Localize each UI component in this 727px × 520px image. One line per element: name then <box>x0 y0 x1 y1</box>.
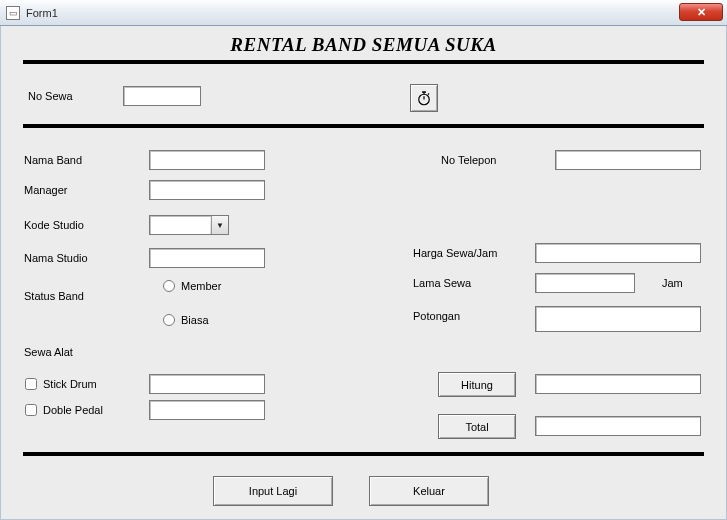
stopwatch-icon <box>415 89 433 107</box>
checkbox-doble-pedal-input[interactable] <box>25 404 37 416</box>
checkbox-stick-drum[interactable]: Stick Drum <box>23 378 99 390</box>
svg-rect-2 <box>422 91 426 93</box>
app-icon: ▭ <box>6 6 20 20</box>
label-potongan: Potongan <box>412 310 461 322</box>
label-harga-sewa: Harga Sewa/Jam <box>412 247 498 259</box>
label-nama-band: Nama Band <box>23 154 83 166</box>
page-title: RENTAL BAND SEMUA SUKA <box>224 34 504 56</box>
input-lagi-button[interactable]: Input Lagi <box>213 476 333 506</box>
checkbox-doble-pedal-label: Doble Pedal <box>43 404 103 416</box>
timer-button[interactable] <box>410 84 438 112</box>
radio-member-label: Member <box>181 280 221 292</box>
hitung-button[interactable]: Hitung <box>438 372 516 397</box>
close-button[interactable]: ✕ <box>679 3 723 21</box>
hitung-result-input[interactable] <box>535 374 701 394</box>
label-lama-sewa: Lama Sewa <box>412 277 472 289</box>
checkbox-stick-drum-input[interactable] <box>25 378 37 390</box>
divider-mid <box>23 124 704 128</box>
window-title: Form1 <box>26 7 58 19</box>
label-no-sewa: No Sewa <box>27 90 74 102</box>
checkbox-doble-pedal[interactable]: Doble Pedal <box>23 404 105 416</box>
titlebar: ▭ Form1 ✕ <box>0 0 727 26</box>
doble-pedal-price-input[interactable] <box>149 400 265 420</box>
harga-sewa-input[interactable] <box>535 243 701 263</box>
total-result-input[interactable] <box>535 416 701 436</box>
label-lama-sewa-unit: Jam <box>661 277 684 289</box>
nama-studio-input[interactable] <box>149 248 265 268</box>
radio-member-input[interactable] <box>163 280 175 292</box>
label-kode-studio: Kode Studio <box>23 219 85 231</box>
total-button[interactable]: Total <box>438 414 516 439</box>
no-telepon-input[interactable] <box>555 150 701 170</box>
divider-top <box>23 60 704 64</box>
radio-biasa-label: Biasa <box>181 314 209 326</box>
label-sewa-alat: Sewa Alat <box>23 346 74 358</box>
radio-biasa[interactable]: Biasa <box>161 314 211 326</box>
kode-studio-select[interactable] <box>149 215 229 235</box>
checkbox-stick-drum-label: Stick Drum <box>43 378 97 390</box>
label-manager: Manager <box>23 184 68 196</box>
potongan-input[interactable] <box>535 306 701 332</box>
radio-member[interactable]: Member <box>161 280 223 292</box>
keluar-button[interactable]: Keluar <box>369 476 489 506</box>
label-nama-studio: Nama Studio <box>23 252 89 264</box>
manager-input[interactable] <box>149 180 265 200</box>
nama-band-input[interactable] <box>149 150 265 170</box>
svg-line-4 <box>428 94 429 95</box>
lama-sewa-input[interactable] <box>535 273 635 293</box>
stick-drum-price-input[interactable] <box>149 374 265 394</box>
label-no-telepon: No Telepon <box>440 154 497 166</box>
no-sewa-input[interactable] <box>123 86 201 106</box>
close-icon: ✕ <box>697 6 706 19</box>
label-status-band: Status Band <box>23 290 85 302</box>
divider-bottom <box>23 452 704 456</box>
radio-biasa-input[interactable] <box>163 314 175 326</box>
form-body: RENTAL BAND SEMUA SUKA No Sewa Nama Band… <box>0 26 727 520</box>
